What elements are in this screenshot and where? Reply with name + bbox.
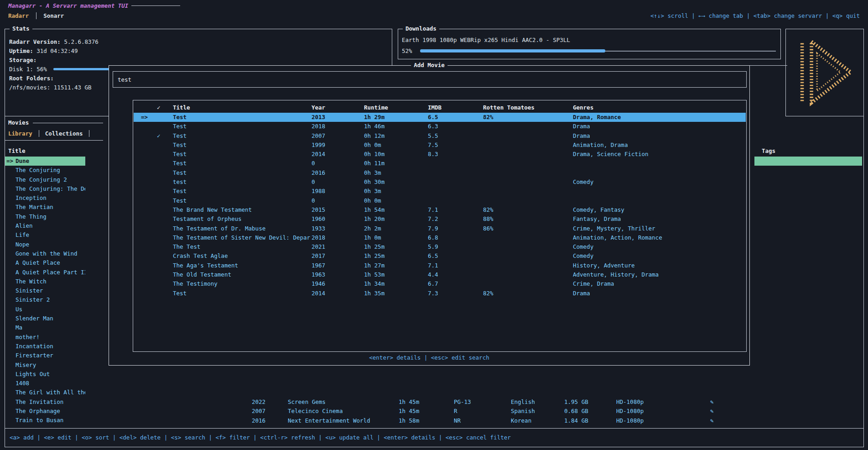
footer-bar: <a> add | <e> edit | <o> sort | <del> de…: [5, 428, 864, 447]
library-table-row[interactable]: 2022 Screen Gems 1h 45m PG-13 English 1.…: [0, 398, 868, 407]
movie-list-item[interactable]: The Martian: [5, 203, 85, 212]
movie-search-input[interactable]: [113, 72, 746, 87]
movie-list-item[interactable]: =>Dune: [5, 157, 85, 166]
result-title: The Testimony: [173, 279, 311, 288]
movie-runtime: 1h 58m: [399, 416, 419, 425]
movie-list-item[interactable]: Gone with the Wind: [5, 249, 85, 258]
movie-list-item[interactable]: Slender Man: [5, 314, 85, 323]
result-year: 2014: [312, 289, 325, 298]
movie-title: A Quiet Place: [16, 259, 60, 266]
library-tab-bar: LibraryCollections: [8, 129, 95, 138]
movie-list-item[interactable]: 1408: [5, 379, 85, 388]
movie-list-item[interactable]: Firestarter: [5, 351, 85, 360]
search-result-row[interactable]: The Brand New Testament 2015 1h 54m 7.1 …: [134, 205, 746, 215]
footer-shortcuts-help: <a> add | <e> edit | <o> sort | <del> de…: [10, 433, 511, 442]
movie-list-item[interactable]: Life: [5, 230, 85, 240]
movie-list-item[interactable]: Lights Out: [5, 370, 85, 379]
movie-title: Us: [16, 306, 22, 313]
result-rotten-tomatoes: 86%: [483, 224, 494, 233]
movie-title: Alien: [16, 222, 33, 229]
movie-list-item[interactable]: The Witch: [5, 277, 85, 286]
library-table-row[interactable]: 2007 Telecinco Cinema 1h 45m R Spanish 0…: [0, 407, 868, 416]
library-tab[interactable]: Collections: [45, 130, 90, 137]
movie-year: 2007: [252, 407, 265, 416]
movie-list-item[interactable]: The Conjuring: The De: [5, 184, 85, 194]
movie-list-item[interactable]: Us: [5, 305, 85, 314]
servarr-tab[interactable]: Sonarr: [43, 12, 64, 19]
movie-list-item[interactable]: Inception: [5, 194, 85, 203]
result-genres: Drama: [573, 122, 590, 131]
movie-list-item[interactable]: Alien: [5, 221, 85, 230]
result-genres: Drama, Romance: [573, 113, 621, 122]
result-year: 2013: [312, 113, 325, 122]
search-result-row[interactable]: Test 2016 0h 3m: [134, 168, 746, 178]
library-tab[interactable]: Library: [8, 130, 39, 137]
result-imdb-rating: 7.3: [428, 289, 438, 298]
movie-studio: Next Entertainment World: [288, 416, 370, 425]
search-result-row[interactable]: Test 2018 1h 46m 6.3 Drama: [134, 122, 746, 131]
result-year: 2017: [312, 251, 325, 261]
result-imdb-rating: 8.3: [428, 150, 438, 159]
result-year: 0: [312, 178, 315, 187]
selection-marker: =>: [6, 157, 16, 166]
search-result-row[interactable]: Test 0 0h 0m: [134, 196, 746, 205]
movie-list-item[interactable]: Incantation: [5, 342, 85, 351]
result-genres: Animation, Drama: [573, 141, 628, 150]
result-runtime: 0h 3m: [364, 168, 381, 178]
result-genres: Crime, Mystery, Thriller: [573, 224, 655, 233]
movie-list-item[interactable]: mother!: [5, 333, 85, 342]
global-shortcuts-help: <↑↓> scroll | ←→ change tab | <tab> chan…: [650, 11, 860, 21]
search-result-row[interactable]: Test 0 0h 11m: [134, 159, 746, 168]
movie-list-item[interactable]: Ma: [5, 323, 85, 332]
column-header-title: Title: [173, 103, 311, 112]
search-result-row[interactable]: ✓ Test 2007 0h 12m 5.5 Drama: [134, 131, 746, 141]
movie-list-item[interactable]: The Conjuring 2: [5, 175, 85, 184]
movie-title: Lights Out: [16, 371, 50, 377]
movie-studio: Screen Gems: [288, 398, 326, 407]
search-result-row[interactable]: The Old Testament 1963 1h 53m 4.4 Advent…: [134, 270, 746, 279]
movie-list-item[interactable]: Nope: [5, 240, 85, 249]
search-result-row[interactable]: The Testament of Dr. Mabuse 1933 2h 2m 7…: [134, 224, 746, 233]
column-header-runtime: Runtime: [364, 103, 388, 112]
movie-list-item[interactable]: A Quiet Place Part II: [5, 268, 85, 277]
movie-runtime: 1h 45m: [399, 407, 419, 416]
movie-title: The Conjuring: The De: [16, 185, 85, 192]
movie-list-item[interactable]: The Conjuring: [5, 166, 85, 175]
result-year: 2007: [312, 131, 325, 141]
result-title: test: [173, 178, 311, 187]
movie-list-item[interactable]: Sinister: [5, 286, 85, 295]
movie-title: Inception: [16, 194, 47, 201]
search-result-row[interactable]: The Aga's Testament 1967 1h 27m 7.1 Hist…: [134, 261, 746, 270]
movie-list-item[interactable]: Misery: [5, 361, 85, 370]
search-result-row[interactable]: Test 1988 0h 3m: [134, 187, 746, 196]
library-table-row[interactable]: 2016 Next Entertainment World 1h 58m NR …: [0, 416, 868, 425]
movie-list-item[interactable]: The Thing: [5, 212, 85, 221]
movie-list-item[interactable]: A Quiet Place: [5, 258, 85, 267]
result-year: 2018: [312, 233, 325, 242]
search-result-row[interactable]: => Test 2013 1h 29m 6.5 82% Drama, Roman…: [134, 113, 746, 122]
app-title: Managarr - A Servarr management TUI: [8, 1, 128, 10]
row-selection-marker: =>: [141, 113, 148, 122]
result-title: Crash Test Aglae: [173, 251, 311, 261]
result-runtime: 1h 20m: [364, 215, 385, 224]
download-item-title: Earth 1998 1080p WEBRip x265 Hindi AAC2.…: [402, 36, 570, 45]
movie-list-item[interactable]: The Girl with All the: [5, 388, 85, 397]
result-title: Test: [173, 131, 311, 141]
movie-runtime: 1h 45m: [399, 398, 419, 407]
result-genres: Drama: [573, 131, 590, 141]
search-result-row[interactable]: Test 2014 1h 35m 7.3 82% Drama: [134, 289, 746, 298]
search-result-row[interactable]: Testament of Orpheus 1960 1h 20m 7.2 88%…: [134, 215, 746, 224]
servarr-tab[interactable]: Radarr: [8, 12, 36, 19]
search-result-row[interactable]: Test 2014 0h 10m 8.3 Drama, Science Fict…: [134, 150, 746, 159]
result-runtime: 1h 46m: [364, 122, 385, 131]
search-result-row[interactable]: Crash Test Aglae 2017 1h 25m 6.5 Comedy: [134, 251, 746, 261]
search-result-row[interactable]: test 0 0h 30m Comedy: [134, 178, 746, 187]
result-runtime: 0h 0m: [364, 196, 381, 205]
movie-language: Korean: [511, 416, 531, 425]
movie-list-item[interactable]: Sinister 2: [5, 295, 85, 304]
title-rule: [131, 5, 180, 6]
search-result-row[interactable]: The Testament of Sister New Devil: Depar…: [134, 233, 746, 242]
search-result-row[interactable]: The Testimony 1946 1h 34m 6.7 Crime, Dra…: [134, 279, 746, 288]
search-result-row[interactable]: The Test 2021 1h 25m 5.9 Comedy: [134, 242, 746, 251]
search-result-row[interactable]: Test 1999 0h 0m 7.5 Animation, Drama: [134, 141, 746, 150]
